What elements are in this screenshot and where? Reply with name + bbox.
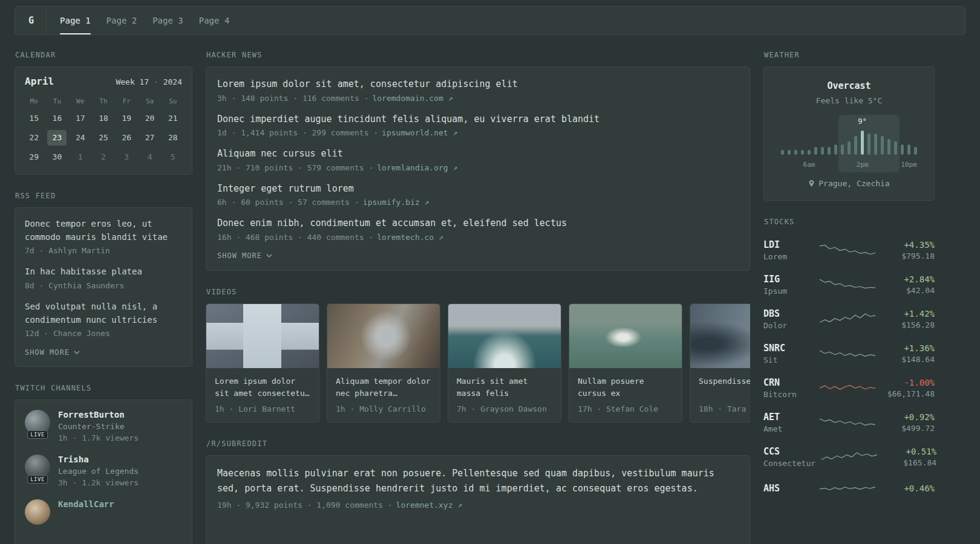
stock-price: $165.84 xyxy=(883,458,936,467)
stock-name: Bitcorn xyxy=(763,390,814,399)
stock-row[interactable]: DBS Dolor +1.42% $156.28 xyxy=(763,308,935,330)
calendar-day: 24 xyxy=(71,130,90,146)
stock-row[interactable]: CCS Consectetur +0.51% $165.84 xyxy=(763,446,935,468)
hn-meta-text: 21h · 710 points · 579 comments · xyxy=(217,163,373,172)
rss-card: Donec tempor eros leo, ut commodo mauris… xyxy=(15,207,192,367)
live-badge: LIVE xyxy=(27,475,48,484)
calendar-grid: Mo Tu We Th Fr Sa Su 15 16 17 18 19 20 2… xyxy=(15,92,192,174)
weather-bar xyxy=(821,147,824,155)
calendar-day: 26 xyxy=(117,130,136,146)
stock-ticker: IIG xyxy=(763,274,814,285)
section-label-rss: RSS FEED xyxy=(15,192,192,200)
calendar-day: 16 xyxy=(47,111,67,126)
stock-row[interactable]: LDI Lorem +4.35% $795.18 xyxy=(763,239,935,261)
dashboard-layout: CALENDAR April Week 17 · 2024 Mo Tu We T… xyxy=(0,51,980,544)
hn-story-title[interactable]: Integer eget rutrum lorem xyxy=(217,182,739,196)
twitch-channel-category: Counter-Strike xyxy=(58,422,139,431)
video-card[interactable]: Suspendisse diam 18h · Tara xyxy=(690,303,750,423)
hn-domain-link[interactable]: ipsumworld.net ↗ xyxy=(382,128,457,137)
weather-bars xyxy=(781,127,917,155)
calendar-week-year: Week 17 · 2024 xyxy=(116,77,182,86)
hn-domain-link[interactable]: loremdomain.com ↗ xyxy=(372,94,452,103)
tab-page-1[interactable]: Page 1 xyxy=(60,7,91,34)
rss-item-title[interactable]: Donec tempor eros leo, ut commodo mauris… xyxy=(25,218,182,244)
hn-story: Donec enim nibh, condimentum et accumsan… xyxy=(217,216,739,242)
hn-show-more-button[interactable]: SHOW MORE xyxy=(217,251,272,260)
subreddit-post-title[interactable]: Maecenas mollis pulvinar erat non posuer… xyxy=(217,466,739,496)
tab-page-2[interactable]: Page 2 xyxy=(106,7,137,34)
location-pin-icon xyxy=(808,180,815,187)
stock-sparkline xyxy=(818,380,877,397)
stock-ticker: AET xyxy=(763,412,814,423)
weather-bar xyxy=(867,134,871,155)
calendar-year: 2024 xyxy=(163,77,182,86)
show-more-label: SHOW MORE xyxy=(217,251,262,260)
hn-domain-link[interactable]: loremtech.co ↗ xyxy=(377,233,443,242)
tab-page-4[interactable]: Page 4 xyxy=(199,7,230,34)
video-card[interactable]: Mauris sit amet massa felis 7h · Grayson… xyxy=(448,303,561,423)
calendar-day-today: 23 xyxy=(47,130,67,146)
hn-story-title[interactable]: Lorem ipsum dolor sit amet, consectetur … xyxy=(217,77,739,91)
calendar-dow: Fr xyxy=(115,93,138,109)
twitch-channel[interactable]: LIVE Trisha League of Legends 3h · 1.2k … xyxy=(25,455,182,487)
subreddit-domain-link[interactable]: loremnet.xyz ↗ xyxy=(396,500,463,510)
stock-row[interactable]: SNRC Sit +1.36% $148.64 xyxy=(763,343,935,364)
stock-row[interactable]: IIG Ipsum +2.84% $42.04 xyxy=(763,274,935,296)
twitch-channel[interactable]: KendallCarr xyxy=(25,499,182,525)
hn-story-title[interactable]: Donec enim nibh, condimentum et accumsan… xyxy=(217,216,739,230)
stock-row[interactable]: CRN Bitcorn -1.00% $66,171.48 xyxy=(763,377,935,399)
weather-bar xyxy=(894,141,897,155)
twitch-channel[interactable]: LIVE ForrestBurton Counter-Strike 1h · 1… xyxy=(25,410,182,442)
video-thumbnail xyxy=(327,304,440,368)
rss-item: Sed volutpat nulla nisl, a condimentum n… xyxy=(25,300,182,338)
weather-bar xyxy=(887,139,890,155)
stocks-widget: STOCKS LDI Lorem +4.35% $795.18 IIG Ipsu… xyxy=(763,218,935,497)
hn-story-meta: 3h · 148 points · 116 comments · loremdo… xyxy=(217,94,739,103)
video-card[interactable]: Lorem ipsum dolor sit amet consectetu… 1… xyxy=(206,303,319,423)
stock-ticker: LDI xyxy=(763,239,814,250)
weather-bar xyxy=(834,144,837,155)
weather-bar xyxy=(781,150,784,155)
hn-story-meta: 6h · 60 points · 57 comments · ipsumify.… xyxy=(217,198,739,207)
video-title: Nullam posuere cursus ex xyxy=(578,375,673,400)
video-card[interactable]: Nullam posuere cursus ex 17h · Stefan Co… xyxy=(569,303,682,423)
hn-story-title[interactable]: Aliquam nec cursus elit xyxy=(217,147,739,161)
rss-item-title[interactable]: In hac habitasse platea xyxy=(25,265,182,279)
calendar-day: 29 xyxy=(24,149,44,165)
stock-change: +2.84% xyxy=(881,274,935,284)
twitch-channel-category: League of Legends xyxy=(58,467,139,476)
hn-domain-link[interactable]: ipsumify.biz ↗ xyxy=(363,198,430,207)
weather-condition: Overcast xyxy=(774,80,924,91)
app-logo[interactable]: G xyxy=(28,7,47,34)
stock-row[interactable]: AET Amet +0.92% $499.72 xyxy=(763,412,935,433)
calendar-day: 15 xyxy=(24,111,44,126)
weather-bar xyxy=(914,147,917,155)
rss-widget: RSS FEED Donec tempor eros leo, ut commo… xyxy=(15,192,192,367)
hn-domain-link[interactable]: loremlandia.org ↗ xyxy=(377,163,457,172)
video-thumbnail xyxy=(206,304,319,368)
subreddit-card: Maecenas mollis pulvinar erat non posuer… xyxy=(206,455,750,544)
hn-story-meta: 16h · 468 points · 440 comments · loremt… xyxy=(217,233,739,242)
hn-story-title[interactable]: Donec imperdiet augue tincidunt felis al… xyxy=(217,112,739,126)
rss-item-title[interactable]: Sed volutpat nulla nisl, a condimentum n… xyxy=(25,300,182,326)
stock-row[interactable]: AHS +0.46% xyxy=(763,481,935,497)
calendar-day: 21 xyxy=(163,111,183,126)
tab-page-3[interactable]: Page 3 xyxy=(152,7,183,34)
rss-item-meta: 8d · Cynthia Saunders xyxy=(25,281,182,290)
stock-change: -1.00% xyxy=(881,378,935,387)
twitch-channel-name: ForrestBurton xyxy=(58,410,139,419)
stock-price: $66,171.48 xyxy=(881,389,935,398)
section-label-subreddit: /R/SUBREDDIT xyxy=(206,439,750,448)
video-card[interactable]: Aliquam tempor dolor nec pharetra… 1h · … xyxy=(327,303,440,423)
twitch-channel-name: KendallCarr xyxy=(58,499,114,509)
stock-price: $148.64 xyxy=(881,355,935,364)
section-label-weather: WEATHER xyxy=(764,51,935,59)
video-title: Mauris sit amet massa felis xyxy=(457,375,552,400)
hn-meta-text: 6h · 60 points · 57 comments · xyxy=(217,198,359,207)
hn-meta-text: 16h · 468 points · 440 comments · xyxy=(217,233,373,242)
video-title: Aliquam tempor dolor nec pharetra… xyxy=(336,375,431,400)
calendar-card: April Week 17 · 2024 Mo Tu We Th Fr Sa S… xyxy=(15,66,192,175)
rss-show-more-button[interactable]: SHOW MORE xyxy=(25,348,80,357)
calendar-week: Week 17 xyxy=(116,77,149,86)
stock-name: Amet xyxy=(763,424,814,433)
